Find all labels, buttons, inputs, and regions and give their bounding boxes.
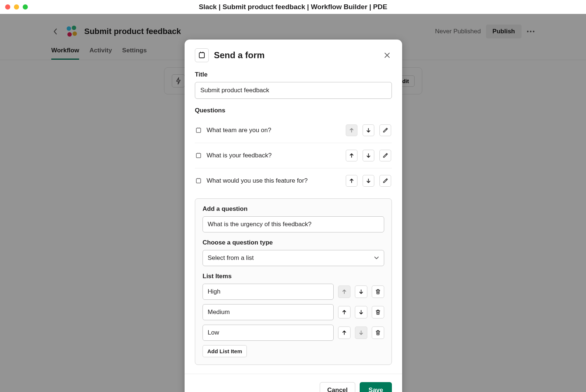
svg-rect-8 xyxy=(196,128,201,132)
arrow-up-icon xyxy=(342,330,347,335)
arrow-up-icon xyxy=(342,289,347,294)
form-title-input[interactable] xyxy=(195,82,392,99)
questions-label: Questions xyxy=(195,107,392,114)
question-type-value[interactable] xyxy=(203,250,384,266)
arrow-up-icon xyxy=(342,310,347,315)
delete-list-item-button[interactable] xyxy=(372,326,384,339)
list-item-input[interactable] xyxy=(203,304,334,320)
form-icon xyxy=(198,52,205,59)
move-down-button[interactable] xyxy=(363,150,374,161)
move-up-button xyxy=(346,124,357,136)
traffic-lights xyxy=(0,4,28,10)
svg-rect-10 xyxy=(196,179,201,183)
list-item-input[interactable] xyxy=(203,284,334,300)
arrow-up-icon xyxy=(349,153,354,158)
title-label: Title xyxy=(195,71,392,78)
delete-list-item-button[interactable] xyxy=(372,306,384,318)
window-close-button[interactable] xyxy=(5,4,10,10)
trash-icon xyxy=(375,330,381,336)
list-items-label: List Items xyxy=(203,273,384,280)
arrow-down-icon xyxy=(359,310,364,315)
edit-question-button[interactable] xyxy=(379,150,391,161)
list-item-input[interactable] xyxy=(203,325,334,341)
list-item-row xyxy=(203,325,384,341)
add-list-item-button[interactable]: Add List Item xyxy=(203,345,247,357)
move-up-button[interactable] xyxy=(346,150,357,161)
close-icon xyxy=(384,52,390,59)
close-modal-button[interactable] xyxy=(382,51,392,60)
question-row: What would you use this feature for? xyxy=(195,168,392,193)
trash-icon xyxy=(375,309,381,315)
move-up-button[interactable] xyxy=(338,326,351,339)
modal-footer: Cancel Save xyxy=(185,374,402,392)
modal-title: Send a form xyxy=(214,50,377,60)
add-question-label: Add a question xyxy=(203,205,384,213)
modal-header: Send a form xyxy=(185,40,402,62)
arrow-down-icon xyxy=(366,178,371,183)
modal-icon xyxy=(195,48,209,62)
app-body: Submit product feedback Never Published … xyxy=(0,14,586,392)
macos-titlebar: Slack | Submit product feedback | Workfl… xyxy=(0,0,586,14)
list-item-row xyxy=(203,304,384,320)
pencil-icon xyxy=(383,128,388,133)
move-down-button xyxy=(355,326,367,339)
pencil-icon xyxy=(383,178,388,183)
pencil-icon xyxy=(383,153,388,158)
question-row: What team are you on? xyxy=(195,118,392,143)
drag-handle-icon[interactable] xyxy=(196,127,201,133)
edit-question-button[interactable] xyxy=(379,175,391,187)
move-up-button[interactable] xyxy=(338,306,351,318)
drag-handle-icon[interactable] xyxy=(196,178,201,184)
arrow-down-icon xyxy=(359,289,364,294)
question-row: What is your feedback? xyxy=(195,143,392,168)
arrow-down-icon xyxy=(359,330,364,335)
move-down-button[interactable] xyxy=(363,175,374,187)
move-down-button[interactable] xyxy=(363,124,374,136)
question-text: What would you use this feature for? xyxy=(207,177,341,184)
delete-list-item-button[interactable] xyxy=(372,285,384,298)
send-a-form-modal: Send a form Title Questions What team ar… xyxy=(185,40,402,392)
move-up-button[interactable] xyxy=(346,175,357,187)
modal-body: Title Questions What team are you on? xyxy=(185,62,402,374)
window-maximize-button[interactable] xyxy=(23,4,28,10)
trash-icon xyxy=(375,289,381,295)
arrow-up-icon xyxy=(349,178,354,183)
svg-rect-7 xyxy=(199,53,204,58)
question-text: What is your feedback? xyxy=(207,152,341,159)
drag-handle-icon[interactable] xyxy=(196,153,201,158)
edit-question-button[interactable] xyxy=(379,124,391,136)
arrow-down-icon xyxy=(366,153,371,158)
window-title: Slack | Submit product feedback | Workfl… xyxy=(0,3,586,11)
list-item-row xyxy=(203,284,384,300)
add-question-input[interactable] xyxy=(203,216,384,232)
move-up-button xyxy=(338,285,351,298)
cancel-button[interactable]: Cancel xyxy=(320,382,356,392)
add-question-panel: Add a question Choose a question type Li… xyxy=(195,198,392,365)
arrow-up-icon xyxy=(349,128,354,133)
window-minimize-button[interactable] xyxy=(14,4,19,10)
save-button[interactable]: Save xyxy=(360,382,392,392)
arrow-down-icon xyxy=(366,128,371,133)
move-down-button[interactable] xyxy=(355,285,367,298)
choose-type-label: Choose a question type xyxy=(203,239,384,246)
move-down-button[interactable] xyxy=(355,306,367,318)
question-text: What team are you on? xyxy=(207,127,341,134)
question-type-select[interactable] xyxy=(203,250,384,266)
svg-rect-9 xyxy=(196,153,201,158)
